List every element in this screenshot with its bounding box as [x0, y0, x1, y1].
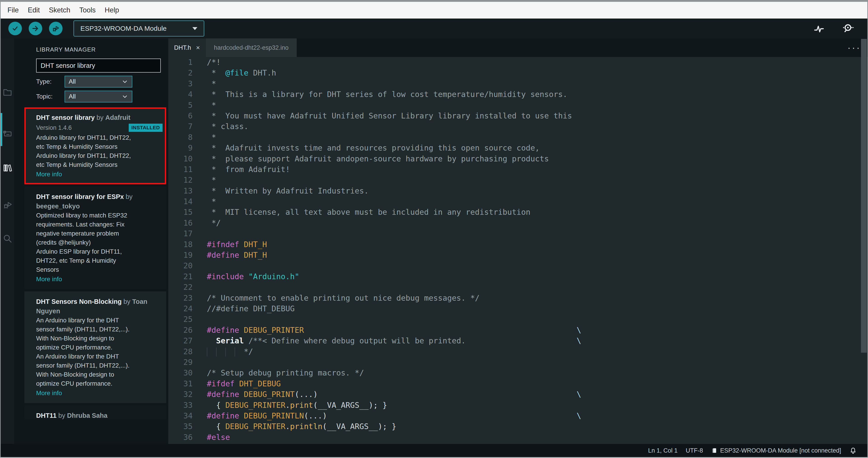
code-line: 13 * Written by Adafruit Industries.: [168, 185, 867, 196]
code-line: 7 * class.: [168, 121, 867, 132]
code-line: 33 { DEBUG_PRINTER.print(__VA_ARGS__); }: [168, 400, 867, 410]
line-number: 4: [168, 89, 193, 100]
library-item-description-line: Arduino ESP library for DHT11,: [36, 247, 162, 256]
library-item[interactable]: DHT sensor library for ESPx by beegee_to…: [24, 187, 166, 289]
library-item-description-line: negative temperature problem: [36, 229, 162, 238]
code-line: 17: [168, 228, 867, 239]
line-number: 27: [168, 336, 193, 346]
library-search-box: [36, 59, 161, 73]
board-status-label: ESP32-WROOM-DA Module [not connected]: [720, 447, 841, 454]
line-number: 20: [168, 260, 193, 271]
library-item-description-line: optimize CPU performance.: [36, 379, 162, 388]
line-number: 7: [168, 121, 193, 132]
code-line: 18#ifndef DHT_H: [168, 239, 867, 250]
line-number: 28: [168, 346, 193, 357]
panel-title: LIBRARY MANAGER: [36, 46, 168, 53]
tab-label: hardcoded-dht22-esp32.ino: [214, 44, 288, 51]
filter-select[interactable]: All: [65, 76, 132, 87]
serial-plotter-icon[interactable]: [813, 23, 825, 34]
code-line: 28*/: [168, 346, 867, 357]
line-number: 8: [168, 132, 193, 143]
filter-label: Type:: [36, 78, 65, 85]
library-search-input[interactable]: [41, 62, 156, 69]
sidebar-item-sketchbook[interactable]: [1, 81, 14, 103]
editor-scrollbar[interactable]: [861, 39, 867, 353]
library-item-description-line: With Non-Blocking design to: [36, 370, 162, 379]
more-info-link[interactable]: More info: [36, 170, 62, 179]
board-selector[interactable]: ESP32-WROOM-DA Module: [73, 20, 204, 37]
filter-label: Topic:: [36, 93, 65, 100]
line-number: 10: [168, 153, 193, 164]
code-line: 4 * This is a library for DHT series of …: [168, 89, 867, 100]
sidebar-item-search[interactable]: [1, 228, 14, 250]
code-line: 26#define DEBUG_PRINTER\: [168, 325, 867, 336]
serial-monitor-icon[interactable]: [842, 23, 854, 34]
dropdown-triangle-icon: [192, 27, 197, 30]
library-manager-panel: LIBRARY MANAGER Type:AllTopic:All DHT se…: [14, 38, 168, 444]
board-selector-label: ESP32-WROOM-DA Module: [81, 25, 192, 32]
line-number: 35: [168, 421, 193, 432]
code-line: 32#define DEBUG_PRINT(...)\: [168, 389, 867, 400]
line-number: 34: [168, 410, 193, 421]
library-filters: Type:AllTopic:All: [14, 76, 168, 103]
menu-item-edit[interactable]: Edit: [23, 6, 44, 14]
more-info-link[interactable]: More info: [36, 275, 62, 284]
code-line: 19#define DHT_H: [168, 250, 867, 260]
line-number: 32: [168, 389, 193, 400]
editor-tab-hardcoded-dht22-esp32.ino[interactable]: hardcoded-dht22-esp32.ino: [206, 38, 297, 57]
code-line: 10 * please support Adafruit andopen-sou…: [168, 153, 867, 164]
code-line: 8 *: [168, 132, 867, 143]
filter-select[interactable]: All: [65, 91, 132, 103]
cursor-position: Ln 1, Col 1: [648, 447, 678, 454]
tab-label: DHT.h: [174, 44, 191, 51]
line-number: 16: [168, 218, 193, 228]
code-line: 35 { DEBUG_PRINTER.println(__VA_ARGS__);…: [168, 421, 867, 432]
start-debug-button[interactable]: [49, 22, 63, 35]
menu-item-sketch[interactable]: Sketch: [44, 6, 75, 14]
tab-close-icon[interactable]: ×: [196, 44, 200, 52]
code-line: 21#include "Arduino.h": [168, 271, 867, 282]
notifications-bell-icon[interactable]: [849, 447, 857, 454]
chevron-down-icon: [122, 78, 128, 85]
code-line: 6 * You must have Adafruit Unified Senso…: [168, 111, 867, 121]
window-border-bottom: [0, 457, 868, 458]
sidebar-item-debug[interactable]: [1, 194, 14, 216]
menu-item-tools[interactable]: Tools: [75, 6, 100, 14]
line-number: 21: [168, 271, 193, 282]
line-number: 33: [168, 400, 193, 410]
sidebar-item-boards-manager[interactable]: [1, 122, 14, 144]
line-number: 22: [168, 282, 193, 292]
line-number: 31: [168, 378, 193, 389]
installed-badge: INSTALLED: [129, 124, 162, 132]
sidebar-item-library-manager[interactable]: [1, 157, 14, 179]
line-number: 6: [168, 111, 193, 121]
line-number: 30: [168, 368, 193, 378]
upload-button[interactable]: [29, 22, 42, 35]
line-number: 18: [168, 239, 193, 250]
library-item[interactable]: DHT11 by Dhruba SahaThis library provide…: [24, 405, 166, 419]
verify-button[interactable]: [8, 22, 22, 35]
code-line: 30/* Setup debug printing macros. */: [168, 368, 867, 378]
line-number: 36: [168, 432, 193, 442]
library-item-description-line: An Arduino library for the DHT: [36, 316, 162, 325]
library-item[interactable]: DHT Sensors Non-Blocking by Toan NguyenA…: [24, 291, 166, 403]
line-number: 25: [168, 314, 193, 325]
editor-tab-DHT.h[interactable]: DHT.h×: [168, 38, 206, 57]
menu-item-file[interactable]: File: [3, 6, 23, 14]
window-border-left: [0, 0, 1, 458]
more-info-link[interactable]: More info: [36, 389, 62, 398]
code-line: 23/* Uncomment to enable printing out ni…: [168, 293, 867, 304]
editor-area: DHT.h×hardcoded-dht22-esp32.ino ··· 1/*!…: [168, 38, 867, 444]
line-number: 13: [168, 185, 193, 196]
menu-item-help[interactable]: Help: [100, 6, 124, 14]
board-status: ESP32-WROOM-DA Module [not connected]: [711, 447, 841, 454]
code-editor[interactable]: 1/*!2 * @file DHT.h3 *4 * This is a libr…: [168, 57, 867, 444]
line-number: 26: [168, 325, 193, 336]
line-number: 12: [168, 175, 193, 185]
library-item-title: DHT sensor library by Adafruit: [36, 113, 162, 122]
more-actions-button[interactable]: ···: [847, 38, 861, 57]
arduino-ide-window: FileEditSketchToolsHelp ESP32-WROOM-DA M…: [0, 0, 868, 458]
sketchbook-icon: [2, 87, 13, 97]
library-item-description-line: With Non-Blocking design to: [36, 334, 162, 343]
library-item[interactable]: DHT sensor library by AdafruitVersion 1.…: [24, 107, 166, 184]
